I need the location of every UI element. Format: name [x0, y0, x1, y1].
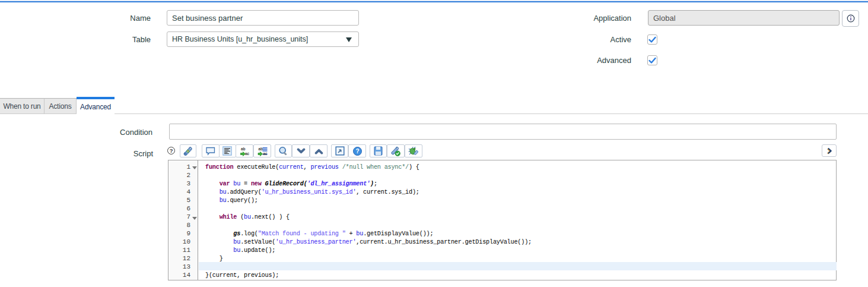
- svg-text:ac: ac: [263, 151, 268, 155]
- svg-text:ab: ab: [241, 146, 246, 150]
- svg-text:?: ?: [355, 148, 359, 154]
- svg-text:ac: ac: [245, 152, 250, 156]
- svg-text:ab: ab: [258, 146, 263, 150]
